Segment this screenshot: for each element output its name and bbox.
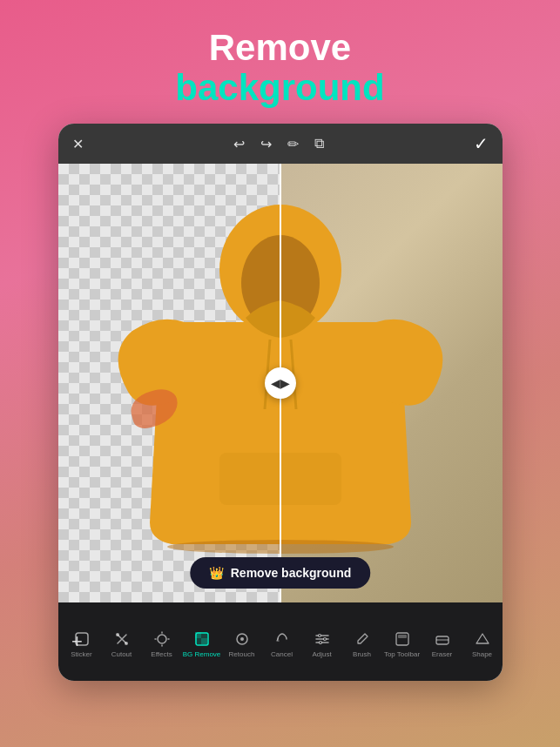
close-icon[interactable]: ✕ bbox=[72, 136, 84, 152]
shape-icon bbox=[473, 629, 492, 649]
adjust-icon bbox=[313, 629, 332, 649]
shape-label: Shape bbox=[472, 651, 492, 659]
title-line1: Remove bbox=[175, 28, 384, 68]
svg-point-17 bbox=[318, 635, 320, 637]
cutout-label: Cutout bbox=[111, 651, 132, 659]
cancel-icon bbox=[273, 629, 292, 649]
eraser-tool-icon bbox=[433, 629, 452, 649]
brush-label: Brush bbox=[353, 651, 371, 659]
tool-cancel[interactable]: Cancel bbox=[262, 629, 302, 659]
svg-point-19 bbox=[319, 642, 321, 644]
tool-bg-remove[interactable]: BG Remove bbox=[182, 629, 222, 659]
title-line2: background bbox=[175, 68, 384, 108]
top-toolbar: ✕ ↩ ↪ ✏ ⧉ ✓ bbox=[58, 124, 503, 164]
svg-rect-13 bbox=[201, 638, 207, 644]
image-area: ◀▶ 👑 Remove background bbox=[58, 164, 503, 602]
header-title: Remove background bbox=[175, 28, 384, 108]
confirm-icon[interactable]: ✓ bbox=[474, 133, 489, 154]
app-frame: ✕ ↩ ↪ ✏ ⧉ ✓ bbox=[58, 124, 503, 681]
tool-eraser[interactable]: Eraser bbox=[422, 629, 462, 659]
redo-icon[interactable]: ↪ bbox=[260, 136, 272, 152]
effects-icon bbox=[152, 629, 172, 649]
svg-point-18 bbox=[323, 638, 326, 641]
drag-arrows-icon: ◀▶ bbox=[271, 376, 290, 390]
retouch-label: Retouch bbox=[229, 651, 255, 659]
svg-point-9 bbox=[158, 635, 166, 643]
svg-rect-21 bbox=[398, 635, 407, 638]
brush-icon bbox=[353, 629, 372, 649]
eraser-icon[interactable]: ✏ bbox=[287, 136, 299, 152]
remove-bg-label: Remove background bbox=[231, 566, 351, 580]
svg-point-8 bbox=[125, 642, 128, 645]
retouch-icon bbox=[233, 629, 252, 649]
tool-brush[interactable]: Brush bbox=[342, 629, 382, 659]
eraser-tool-label: Eraser bbox=[432, 651, 453, 659]
cutout-icon bbox=[112, 629, 132, 649]
bg-remove-icon bbox=[192, 629, 212, 649]
bottom-toolbar: + Sticker Cutout Effects bbox=[58, 602, 503, 681]
crown-icon: 👑 bbox=[209, 566, 224, 580]
top-toolbar-icon bbox=[393, 629, 412, 649]
tool-adjust[interactable]: Adjust bbox=[302, 629, 342, 659]
add-button[interactable]: + bbox=[65, 629, 90, 654]
cancel-label: Cancel bbox=[271, 651, 293, 659]
tool-retouch[interactable]: Retouch bbox=[222, 629, 262, 659]
svg-point-7 bbox=[116, 633, 119, 636]
undo-icon[interactable]: ↩ bbox=[233, 136, 245, 152]
tool-top-toolbar[interactable]: Top Toolbar bbox=[382, 629, 422, 659]
adjust-label: Adjust bbox=[312, 651, 331, 659]
top-toolbar-label: Top Toolbar bbox=[384, 651, 420, 659]
tools-row: Sticker Cutout Effects BG Remove bbox=[58, 602, 503, 681]
effects-label: Effects bbox=[151, 651, 172, 659]
layers-icon[interactable]: ⧉ bbox=[314, 136, 324, 151]
tool-effects[interactable]: Effects bbox=[142, 629, 182, 659]
remove-background-button[interactable]: 👑 Remove background bbox=[190, 557, 370, 589]
tool-shape[interactable]: Shape bbox=[462, 629, 503, 659]
svg-point-16 bbox=[240, 637, 244, 641]
drag-handle[interactable]: ◀▶ bbox=[265, 367, 296, 399]
bg-remove-label: BG Remove bbox=[183, 651, 221, 659]
tool-cutout[interactable]: Cutout bbox=[102, 629, 142, 659]
